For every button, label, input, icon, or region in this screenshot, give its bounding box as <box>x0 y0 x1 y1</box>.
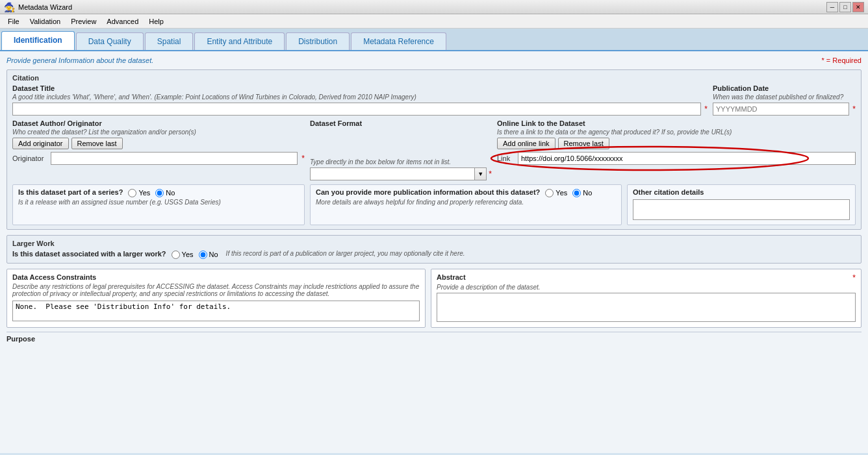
online-link-label: Online Link to the Dataset <box>497 119 856 127</box>
menu-preview[interactable]: Preview <box>66 16 101 27</box>
tab-data-quality[interactable]: Data Quality <box>76 32 144 50</box>
series-yes-radio[interactable] <box>128 189 136 197</box>
app-title: Metadata Wizard <box>18 3 826 11</box>
larger-work-question: Is this dataset associated with a larger… <box>12 250 166 258</box>
dataset-title-label: Dataset Title <box>12 84 708 92</box>
pub-info-group: Can you provide more publication informa… <box>310 184 622 225</box>
originator-row: Originator * <box>12 152 305 165</box>
abstract-star: * <box>852 273 856 282</box>
link-row: Link <box>497 152 856 165</box>
publication-date-desc: When was the dataset published or finali… <box>713 93 856 101</box>
format-star: * <box>489 169 492 178</box>
tab-identification[interactable]: Identification <box>1 31 75 50</box>
larger-work-title: Larger Work <box>12 240 856 247</box>
originator-input[interactable] <box>51 152 298 165</box>
larger-work-no-group: No <box>199 251 218 259</box>
abstract-section: Abstract * Provide a description of the … <box>431 269 862 328</box>
series-yes-radio-group: Yes <box>128 189 150 197</box>
larger-work-no-radio[interactable] <box>199 251 207 259</box>
series-group: Is this dataset part of a series? Yes No… <box>12 184 305 225</box>
citation-title: Citation <box>12 74 856 82</box>
menu-validation[interactable]: Validation <box>25 16 66 27</box>
pub-info-no-label: No <box>583 189 592 197</box>
menu-file[interactable]: File <box>3 16 25 27</box>
tab-entity-attribute[interactable]: Entity and Attribute <box>194 32 285 50</box>
online-link-group: Online Link to the Dataset Is there a li… <box>497 119 856 180</box>
data-access-title: Data Access Constraints <box>12 273 420 281</box>
app-icon: 🧙 <box>4 2 15 12</box>
title-bar: 🧙 Metadata Wizard ─ □ ✕ <box>0 0 868 14</box>
abstract-title: Abstract <box>437 273 466 281</box>
series-label: Is this dataset part of a series? <box>18 188 123 196</box>
tab-spatial[interactable]: Spatial <box>145 32 194 50</box>
tab-distribution[interactable]: Distribution <box>286 32 350 50</box>
link-text-label: Link <box>497 154 515 162</box>
larger-work-yes-group: Yes <box>172 251 194 259</box>
dataset-title-input-row: * <box>12 103 708 116</box>
publication-date-input-row: * <box>713 103 856 116</box>
pub-info-label: Can you provide more publication informa… <box>316 188 540 196</box>
series-no-label: No <box>166 189 175 197</box>
other-citation-input[interactable] <box>633 199 850 220</box>
pub-info-desc: More details are always helpful for find… <box>316 199 616 206</box>
author-group: Dataset Author/ Originator Who created t… <box>12 119 305 180</box>
remove-last-link-button[interactable]: Remove last <box>558 138 609 149</box>
pub-info-no-radio[interactable] <box>572 189 581 197</box>
pub-info-yes-label: Yes <box>555 189 567 197</box>
larger-work-info: If this record is part of a publication … <box>226 250 465 257</box>
purpose-title: Purpose <box>6 335 862 343</box>
main-content: Provide general Information about the da… <box>0 51 868 453</box>
format-dropdown-button[interactable]: ▼ <box>475 167 487 180</box>
series-desc: Is it a release with an assigned issue n… <box>18 199 299 206</box>
maximize-button[interactable]: □ <box>839 2 851 12</box>
originator-star: * <box>301 154 305 163</box>
pub-info-yes-radio[interactable] <box>545 189 554 197</box>
publication-date-group: Publication Date When was the dataset pu… <box>713 84 856 116</box>
publication-date-input[interactable] <box>713 103 849 116</box>
series-yes-label: Yes <box>138 189 150 197</box>
larger-work-no-label: No <box>209 251 218 258</box>
author-desc: Who created the dataset? List the organi… <box>12 129 305 136</box>
format-label: Dataset Format <box>310 119 492 127</box>
dataset-title-input[interactable] <box>12 103 701 116</box>
add-originator-button[interactable]: Add originator <box>12 138 69 149</box>
tab-bar: Identification Data Quality Spatial Enti… <box>0 29 868 51</box>
larger-work-yes-radio[interactable] <box>172 251 180 259</box>
abstract-desc: Provide a description of the dataset. <box>437 284 856 291</box>
menu-bar: File Validation Preview Advanced Help <box>0 14 868 29</box>
publication-date-label: Publication Date <box>713 84 856 92</box>
window-controls: ─ □ ✕ <box>826 2 864 12</box>
data-access-section: Data Access Constraints Describe any res… <box>6 269 426 328</box>
format-input[interactable] <box>310 167 475 180</box>
required-text: * = Required <box>822 56 862 64</box>
add-online-link-button[interactable]: Add online link <box>497 138 555 149</box>
pub-info-no-radio-group: No <box>572 189 592 197</box>
format-group: Dataset Format Type directly in the box … <box>310 119 492 180</box>
pub-info-yes-radio-group: Yes <box>545 189 567 197</box>
originator-label: Originator <box>12 154 48 162</box>
series-no-radio-group: No <box>155 189 175 197</box>
larger-work-section: Larger Work Is this dataset associated w… <box>6 235 862 264</box>
remove-last-originator-button[interactable]: Remove last <box>71 138 123 149</box>
series-no-radio[interactable] <box>155 189 164 197</box>
bottom-section: Data Access Constraints Describe any res… <box>6 269 862 328</box>
menu-advanced[interactable]: Advanced <box>101 16 144 27</box>
info-bar: Provide general Information about the da… <box>6 56 862 64</box>
purpose-section: Purpose <box>6 332 862 343</box>
format-type-note: Type directly in the box below for items… <box>310 158 492 166</box>
data-access-desc: Describe any restrictions of legal prere… <box>12 283 420 297</box>
abstract-input[interactable] <box>437 293 856 322</box>
author-label: Dataset Author/ Originator <box>12 119 305 127</box>
close-button[interactable]: ✕ <box>852 2 864 12</box>
citation-section: Citation Dataset Title A good title incl… <box>6 69 862 230</box>
other-citation-label: Other citation details <box>633 188 850 196</box>
data-access-input[interactable] <box>12 301 420 321</box>
other-citation-group: Other citation details <box>627 184 856 225</box>
tab-metadata-reference[interactable]: Metadata Reference <box>351 32 446 50</box>
menu-help[interactable]: Help <box>144 16 169 27</box>
dataset-title-star: * <box>704 105 708 114</box>
link-url-input[interactable] <box>518 152 856 165</box>
dataset-title-desc: A good title includes 'What', 'Where', a… <box>12 93 708 101</box>
minimize-button[interactable]: ─ <box>826 2 838 12</box>
online-link-desc: Is there a link to the data or the agenc… <box>497 129 856 136</box>
